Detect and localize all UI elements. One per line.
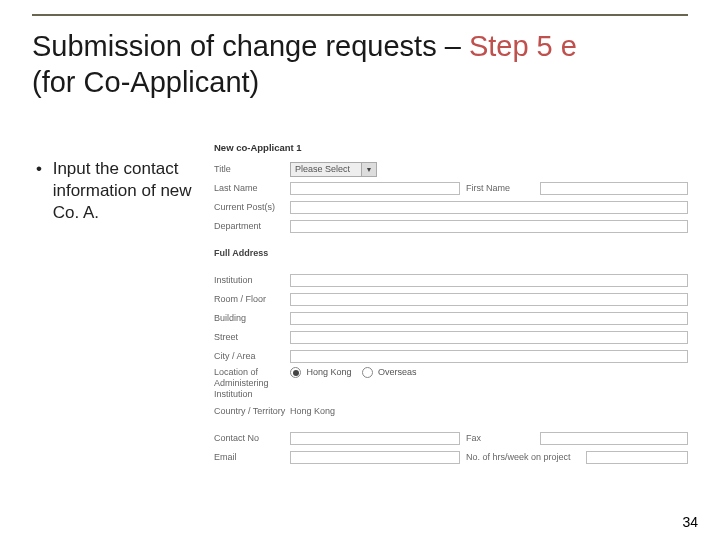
current-post-input[interactable] bbox=[290, 201, 688, 214]
slide-title: Submission of change requests – Step 5 e… bbox=[32, 28, 688, 100]
city-area-input[interactable] bbox=[290, 350, 688, 363]
label-email: Email bbox=[214, 452, 290, 462]
label-institution: Institution bbox=[214, 275, 290, 285]
form-section-header: New co-Applicant 1 bbox=[214, 142, 688, 153]
radio-overseas-label: Overseas bbox=[378, 367, 417, 377]
radio-overseas[interactable] bbox=[362, 367, 373, 378]
label-first-name: First Name bbox=[460, 183, 540, 193]
label-hrs-week: No. of hrs/week on project bbox=[460, 452, 586, 462]
label-room-floor: Room / Floor bbox=[214, 294, 290, 304]
label-country: Country / Territory bbox=[214, 406, 290, 416]
title-main: Submission of change requests – bbox=[32, 30, 469, 62]
contact-no-input[interactable] bbox=[290, 432, 460, 445]
first-name-input[interactable] bbox=[540, 182, 688, 195]
last-name-input[interactable] bbox=[290, 182, 460, 195]
title-select-value: Please Select bbox=[291, 164, 361, 174]
page-number: 34 bbox=[682, 514, 698, 530]
label-city-area: City / Area bbox=[214, 351, 290, 361]
label-building: Building bbox=[214, 313, 290, 323]
label-department: Department bbox=[214, 221, 290, 231]
label-fax: Fax bbox=[460, 433, 540, 443]
radio-hong-kong-label: Hong Kong bbox=[307, 367, 352, 377]
title-step: Step 5 e bbox=[469, 30, 577, 62]
location-radio-group: Hong Kong Overseas bbox=[290, 367, 417, 378]
building-input[interactable] bbox=[290, 312, 688, 325]
email-input[interactable] bbox=[290, 451, 460, 464]
bullet-dot: • bbox=[36, 158, 42, 180]
label-full-address: Full Address bbox=[214, 248, 290, 258]
institution-input[interactable] bbox=[290, 274, 688, 287]
department-input[interactable] bbox=[290, 220, 688, 233]
title-subline: (for Co-Applicant) bbox=[32, 66, 259, 98]
bullet-item: • Input the contact information of new C… bbox=[36, 158, 196, 224]
label-street: Street bbox=[214, 332, 290, 342]
label-current-post: Current Post(s) bbox=[214, 202, 290, 212]
room-floor-input[interactable] bbox=[290, 293, 688, 306]
radio-hong-kong[interactable] bbox=[290, 367, 301, 378]
fax-input[interactable] bbox=[540, 432, 688, 445]
country-value: Hong Kong bbox=[290, 406, 335, 416]
chevron-down-icon: ▼ bbox=[361, 163, 376, 176]
hrs-week-input[interactable] bbox=[586, 451, 688, 464]
label-contact-no: Contact No bbox=[214, 433, 290, 443]
street-input[interactable] bbox=[290, 331, 688, 344]
title-underline bbox=[32, 14, 688, 16]
title-select[interactable]: Please Select ▼ bbox=[290, 162, 377, 177]
label-location: Location of Administering Institution bbox=[214, 367, 290, 400]
bullet-text: Input the contact information of new Co.… bbox=[53, 158, 193, 224]
form-screenshot: New co-Applicant 1 Title Please Select ▼… bbox=[214, 142, 688, 462]
label-last-name: Last Name bbox=[214, 183, 290, 193]
label-title: Title bbox=[214, 164, 290, 174]
